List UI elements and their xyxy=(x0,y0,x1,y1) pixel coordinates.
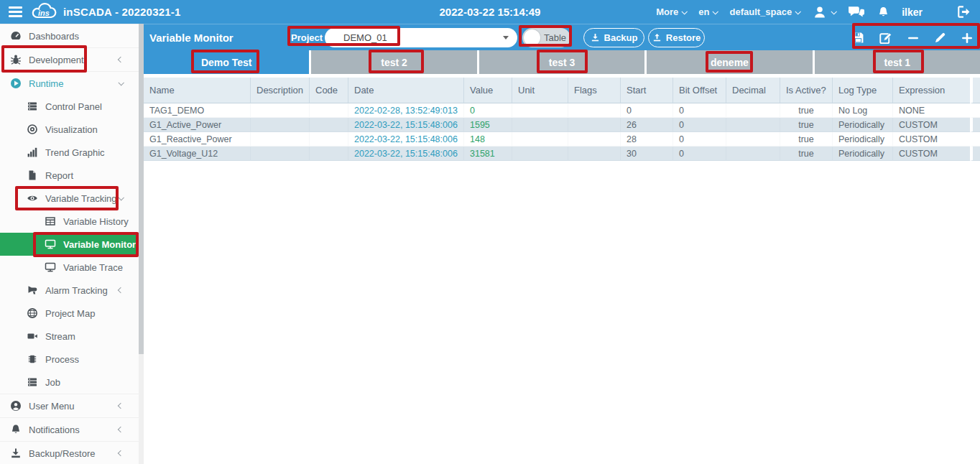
sidebar-item-variable-tracking[interactable]: Variable Tracking xyxy=(0,187,139,210)
table-row[interactable]: G1_Voltage_U12 2022-03-22, 15:15:48:0063… xyxy=(144,147,980,161)
chevron-down-icon xyxy=(795,9,801,14)
user-account-menu[interactable] xyxy=(812,5,836,19)
chevron-down-icon xyxy=(713,9,718,14)
save-icon[interactable] xyxy=(852,32,864,44)
chevron-down-icon xyxy=(831,9,837,14)
tab-deneme[interactable]: deneme xyxy=(647,50,812,74)
sidebar-scrollbar[interactable] xyxy=(139,24,144,464)
sidebar-item-variable-history[interactable]: Variable History xyxy=(0,210,139,233)
table-header-row: Name Description Code Date Value Unit Fl… xyxy=(144,78,980,103)
col-log-type[interactable]: Log Type xyxy=(832,78,892,103)
panel-header: Variable Monitor Project DEMO_01 Table B… xyxy=(144,24,980,50)
sidebar-item-runtime[interactable]: Runtime xyxy=(0,71,139,95)
minus-icon[interactable] xyxy=(907,32,919,44)
bar-chart-icon xyxy=(27,147,38,158)
tab-test-2[interactable]: test 2 xyxy=(311,50,476,74)
sidebar-item-notifications[interactable]: Notifications xyxy=(0,417,139,441)
gauge-icon xyxy=(10,30,22,42)
tab-demo-test[interactable]: Demo Test xyxy=(144,50,309,74)
col-decimal[interactable]: Decimal xyxy=(726,78,780,103)
camera-icon xyxy=(27,330,38,342)
app-title: inSCADA - 20220321-1 xyxy=(63,6,181,18)
chevron-down-icon xyxy=(682,9,688,14)
main-content: Variable Monitor Project DEMO_01 Table B… xyxy=(144,24,980,464)
sidebar-item-backup-restore[interactable]: Backup/Restore xyxy=(0,441,139,464)
sidebar-item-trend-graphic[interactable]: Trend Graphic xyxy=(0,141,139,164)
sidebar-item-project-map[interactable]: Project Map xyxy=(0,302,139,325)
chevron-left-icon xyxy=(118,287,124,293)
tab-test-3[interactable]: test 3 xyxy=(479,50,644,74)
col-name[interactable]: Name xyxy=(144,78,250,103)
col-code[interactable]: Code xyxy=(309,78,348,103)
chevron-left-icon xyxy=(118,450,124,456)
sidebar-item-stream[interactable]: Stream xyxy=(0,325,139,348)
sidebar-item-visualization[interactable]: Visualization xyxy=(0,118,139,141)
server-icon xyxy=(27,101,38,112)
megaphone-icon xyxy=(27,284,38,296)
globe-icon xyxy=(27,307,38,319)
col-description[interactable]: Description xyxy=(250,78,309,103)
menu-icon[interactable] xyxy=(6,4,24,19)
bug-icon xyxy=(10,54,22,65)
sidebar-item-control-panel[interactable]: Control Panel xyxy=(0,95,139,118)
table-row[interactable]: G1_Reactive_Power 2022-03-22, 15:15:48:0… xyxy=(144,132,980,147)
sidebar-item-variable-monitor[interactable]: Variable Monitor xyxy=(0,233,139,256)
toggle-label: Table xyxy=(544,28,566,47)
sidebar-item-dashboards[interactable]: Dashboards xyxy=(0,24,139,47)
chevron-down-icon xyxy=(118,80,124,85)
restore-button[interactable]: Restore xyxy=(648,28,705,47)
table-toggle[interactable]: Table xyxy=(522,28,570,47)
bell-icon xyxy=(10,424,22,435)
sidebar-item-user-menu[interactable]: User Menu xyxy=(0,394,139,417)
chevron-down-icon xyxy=(118,195,124,200)
download-icon xyxy=(10,447,22,459)
edit-square-icon[interactable] xyxy=(879,32,892,45)
inscada-cloud-logo: ins xyxy=(31,3,57,21)
target-icon xyxy=(27,124,38,135)
col-start[interactable]: Start xyxy=(620,78,672,103)
more-menu[interactable]: More xyxy=(656,6,686,17)
pencil-icon[interactable] xyxy=(934,32,946,44)
sidebar-item-alarm-tracking[interactable]: Alarm Tracking xyxy=(0,279,139,302)
col-expression[interactable]: Expression xyxy=(892,78,970,103)
backup-button[interactable]: Backup xyxy=(583,28,644,47)
person-circle-icon xyxy=(10,400,22,412)
table-row[interactable]: TAG1_DEMO 2022-02-28, 13:52:49:0130 00 t… xyxy=(144,103,980,118)
col-flags[interactable]: Flags xyxy=(568,78,620,103)
sidebar-item-report[interactable]: Report xyxy=(0,164,139,187)
monitor-icon xyxy=(45,238,56,250)
sidebar: Dashboards Development Runtime Control P… xyxy=(0,24,144,464)
sidebar-item-development[interactable]: Development xyxy=(0,47,139,71)
space-menu[interactable]: default_space xyxy=(729,6,800,17)
col-value[interactable]: Value xyxy=(463,78,512,103)
sidebar-item-process[interactable]: Process xyxy=(0,348,139,371)
chat-icon[interactable] xyxy=(848,6,865,19)
tab-test-1[interactable]: test 1 xyxy=(815,50,980,74)
logout-icon[interactable] xyxy=(958,6,971,18)
stack-icon xyxy=(27,376,38,388)
eye-icon xyxy=(27,192,38,204)
svg-text:ins: ins xyxy=(38,9,50,17)
bell-icon[interactable] xyxy=(877,6,889,19)
topbar-right: More en default_space ilker xyxy=(656,5,980,19)
variable-table-wrap: Name Description Code Date Value Unit Fl… xyxy=(144,78,980,161)
table-icon xyxy=(45,215,56,227)
sidebar-item-variable-trace[interactable]: Variable Trace xyxy=(0,256,139,279)
col-unit[interactable]: Unit xyxy=(512,78,568,103)
project-select[interactable]: DEMO_01 xyxy=(325,28,517,47)
table-row[interactable]: G1_Active_Power 2022-03-22, 15:15:48:006… xyxy=(144,118,980,132)
play-circle-icon xyxy=(10,78,22,89)
col-bit-offset[interactable]: Bit Offset xyxy=(672,78,726,103)
select-caret-icon xyxy=(503,36,509,40)
username: ilker xyxy=(902,6,923,18)
toggle-knob xyxy=(524,29,540,46)
plus-icon[interactable] xyxy=(961,32,973,44)
col-is-active[interactable]: Is Active? xyxy=(780,78,832,103)
person-icon xyxy=(812,5,828,19)
col-date[interactable]: Date xyxy=(348,78,463,103)
panel-actions xyxy=(852,24,973,51)
scrollbar-thumb[interactable] xyxy=(139,24,144,354)
language-menu[interactable]: en xyxy=(698,6,717,17)
sidebar-item-job[interactable]: Job xyxy=(0,371,139,394)
topbar-left: ins inSCADA - 20220321-1 xyxy=(0,3,181,21)
